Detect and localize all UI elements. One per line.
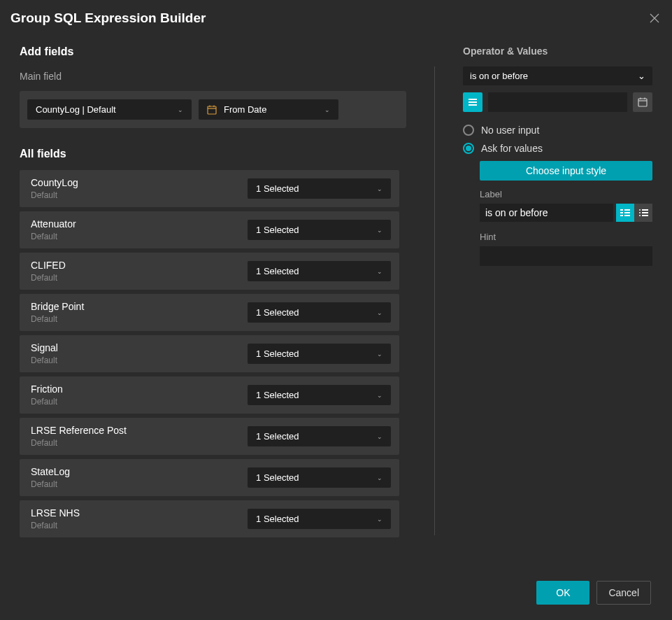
main-field-value: CountyLog | Default xyxy=(36,104,116,115)
hint-form-group: Hint xyxy=(480,232,652,266)
field-selected-value: 1 Selected xyxy=(256,307,299,318)
align-left-icon xyxy=(620,209,630,216)
label-input[interactable] xyxy=(480,204,613,222)
radio-icon xyxy=(463,125,474,136)
chevron-down-icon: ⌄ xyxy=(377,474,383,481)
calendar-icon xyxy=(207,105,217,115)
value-input-row xyxy=(463,92,652,112)
field-selected-value: 1 Selected xyxy=(256,225,299,235)
field-selected-value: 1 Selected xyxy=(256,390,299,400)
field-selected-dropdown[interactable]: 1 Selected ⌄ xyxy=(248,426,391,446)
field-selected-dropdown[interactable]: 1 Selected ⌄ xyxy=(248,509,391,529)
field-info: StateLog Default xyxy=(31,466,70,489)
chevron-down-icon: ⌄ xyxy=(377,185,383,192)
dialog-footer: OK Cancel xyxy=(0,568,672,620)
dialog-header: Group SQL Expression Builder xyxy=(0,0,672,45)
field-selected-dropdown[interactable]: 1 Selected ⌄ xyxy=(248,178,391,199)
field-selected-dropdown[interactable]: 1 Selected ⌄ xyxy=(248,220,391,240)
label-position-left-button[interactable] xyxy=(616,204,634,222)
field-selected-dropdown[interactable]: 1 Selected ⌄ xyxy=(248,261,391,281)
field-row: CLIFED Default 1 Selected ⌄ xyxy=(20,253,399,290)
hint-input[interactable] xyxy=(480,246,652,266)
label-caption: Label xyxy=(480,189,652,199)
ok-button[interactable]: OK xyxy=(536,581,589,605)
svg-point-19 xyxy=(639,212,641,213)
field-name: Friction xyxy=(31,383,63,395)
choose-input-style-button[interactable]: Choose input style xyxy=(480,161,652,181)
svg-rect-14 xyxy=(624,212,630,213)
svg-point-21 xyxy=(639,215,641,216)
label-position-toggle xyxy=(616,204,652,222)
radio-label: No user input xyxy=(481,125,539,136)
chevron-down-icon: ⌄ xyxy=(324,106,330,113)
chevron-down-icon: ⌄ xyxy=(377,516,383,523)
svg-rect-22 xyxy=(642,215,648,216)
field-row: StateLog Default 1 Selected ⌄ xyxy=(20,459,399,496)
field-row: LRSE Reference Post Default 1 Selected ⌄ xyxy=(20,418,399,455)
svg-rect-15 xyxy=(620,215,623,216)
svg-rect-5 xyxy=(469,101,477,103)
svg-rect-11 xyxy=(620,209,623,211)
svg-rect-6 xyxy=(469,104,477,106)
field-info: CLIFED Default xyxy=(31,260,66,283)
svg-point-17 xyxy=(639,209,641,211)
chevron-down-icon: ⌄ xyxy=(377,309,383,316)
field-info: LRSE Reference Post Default xyxy=(31,425,127,448)
field-sublabel: Default xyxy=(31,232,76,241)
dialog-body: Add fields Main field CountyLog | Defaul… xyxy=(0,45,672,568)
field-selected-dropdown[interactable]: 1 Selected ⌄ xyxy=(248,344,391,364)
field-row: Attenuator Default 1 Selected ⌄ xyxy=(20,211,399,248)
main-field-box: CountyLog | Default ⌄ From Date ⌄ xyxy=(20,91,406,128)
date-field-value: From Date xyxy=(224,104,324,115)
field-info: Attenuator Default xyxy=(31,218,76,241)
svg-rect-13 xyxy=(620,212,623,213)
field-row: Signal Default 1 Selected ⌄ xyxy=(20,335,399,372)
close-icon xyxy=(650,13,659,23)
fields-scroll-container[interactable]: CountyLog Default 1 Selected ⌄ Attenuato… xyxy=(20,170,406,541)
svg-rect-16 xyxy=(624,215,630,216)
field-info: CountyLog Default xyxy=(31,177,78,200)
label-form-group: Label xyxy=(480,189,652,222)
field-selected-dropdown[interactable]: 1 Selected ⌄ xyxy=(248,302,391,323)
field-name: LRSE Reference Post xyxy=(31,425,127,436)
value-input[interactable] xyxy=(488,92,627,112)
align-top-icon xyxy=(638,209,648,216)
operator-value: is on or before xyxy=(470,71,528,81)
field-name: StateLog xyxy=(31,466,70,477)
source-type-button[interactable] xyxy=(463,92,482,112)
main-field-dropdown[interactable]: CountyLog | Default ⌄ xyxy=(27,99,192,120)
field-selected-value: 1 Selected xyxy=(256,348,299,359)
label-position-top-button[interactable] xyxy=(634,204,652,222)
field-sublabel: Default xyxy=(31,521,80,530)
field-selected-value: 1 Selected xyxy=(256,431,299,442)
right-column: Operator & Values is on or before ⌄ No u… xyxy=(463,45,652,568)
radio-no-user-input[interactable]: No user input xyxy=(463,125,652,136)
field-info: Bridge Point Default xyxy=(31,301,84,324)
close-button[interactable] xyxy=(650,13,659,23)
field-selected-value: 1 Selected xyxy=(256,514,299,524)
chevron-down-icon: ⌄ xyxy=(638,71,645,81)
field-selected-value: 1 Selected xyxy=(256,472,299,483)
radio-label: Ask for values xyxy=(481,143,543,154)
cancel-button[interactable]: Cancel xyxy=(596,581,651,605)
date-field-dropdown[interactable]: From Date ⌄ xyxy=(199,99,338,120)
field-name: CountyLog xyxy=(31,177,78,188)
chevron-down-icon: ⌄ xyxy=(377,227,383,234)
operator-values-title: Operator & Values xyxy=(463,45,652,57)
list-icon xyxy=(468,97,478,107)
calendar-picker-button[interactable] xyxy=(633,92,652,112)
field-selected-dropdown[interactable]: 1 Selected ⌄ xyxy=(248,385,391,405)
dialog-title: Group SQL Expression Builder xyxy=(10,10,206,26)
field-row: Bridge Point Default 1 Selected ⌄ xyxy=(20,294,399,331)
svg-rect-0 xyxy=(208,106,216,114)
operator-dropdown[interactable]: is on or before ⌄ xyxy=(463,66,652,85)
label-row xyxy=(480,204,652,222)
radio-ask-for-values[interactable]: Ask for values xyxy=(463,143,652,154)
field-sublabel: Default xyxy=(31,273,66,283)
field-selected-dropdown[interactable]: 1 Selected ⌄ xyxy=(248,467,391,488)
field-row: LRSE NHS Default 1 Selected ⌄ xyxy=(20,500,399,537)
radio-icon xyxy=(463,143,474,154)
field-name: Bridge Point xyxy=(31,301,84,312)
modal-dialog: Group SQL Expression Builder Add fields … xyxy=(0,0,672,620)
field-name: Signal xyxy=(31,342,58,353)
